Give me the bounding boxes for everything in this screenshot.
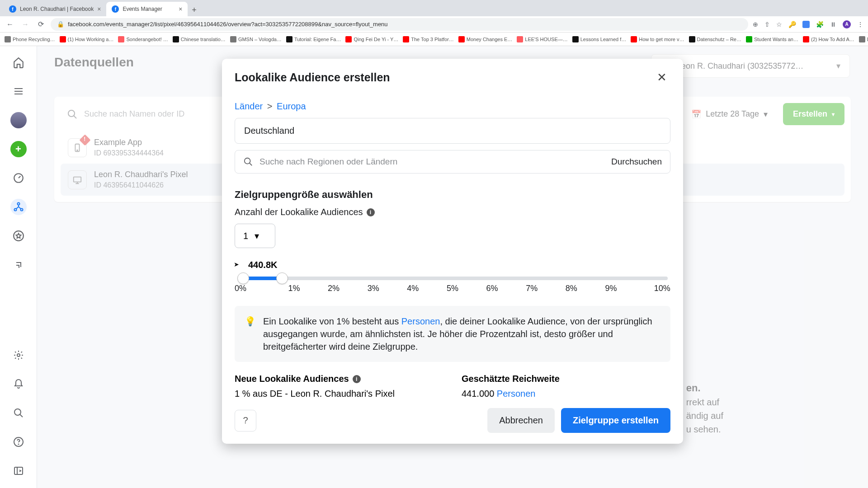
bookmark-item[interactable]: Sonderangebot! … bbox=[118, 36, 168, 42]
url-text: facebook.com/events_manager2/list/pixel/… bbox=[68, 21, 388, 28]
lock-icon: 🔒 bbox=[57, 21, 64, 28]
avatar-icon[interactable] bbox=[10, 112, 27, 128]
audience-count-select[interactable]: 1 ▾ bbox=[235, 224, 275, 248]
zoom-icon[interactable]: ⊕ bbox=[753, 21, 758, 28]
bell-icon[interactable] bbox=[10, 376, 27, 392]
gauge-icon[interactable] bbox=[10, 170, 27, 186]
bookmark-icon bbox=[859, 36, 865, 42]
bookmark-item[interactable]: (2) How To Add A… bbox=[803, 36, 854, 42]
browse-link[interactable]: Durchsuchen bbox=[611, 157, 662, 167]
collapse-icon[interactable] bbox=[10, 463, 27, 479]
bookmark-item[interactable]: Lessons Learned f… bbox=[572, 36, 627, 42]
count-value: 1 bbox=[243, 231, 248, 241]
region-search-input[interactable]: Suche nach Regionen oder Ländern Durchsu… bbox=[235, 150, 670, 174]
forward-button[interactable]: → bbox=[20, 20, 31, 28]
search-icon bbox=[243, 157, 253, 167]
menu-icon[interactable]: ⋮ bbox=[857, 21, 863, 28]
bookmark-item[interactable]: Download – Cooki… bbox=[859, 36, 868, 42]
tag-icon[interactable] bbox=[10, 257, 27, 273]
data-sources-icon[interactable] bbox=[10, 199, 27, 215]
cursor-icon: ➤ bbox=[234, 261, 239, 268]
slider-handle-min[interactable] bbox=[237, 272, 249, 284]
star-icon[interactable]: ☆ bbox=[776, 21, 782, 28]
search-icon[interactable] bbox=[10, 405, 27, 421]
bookmark-item[interactable]: Tutorial: Eigene Fa… bbox=[286, 36, 341, 42]
extensions-icon[interactable]: 🧩 bbox=[816, 21, 824, 28]
add-button[interactable]: + bbox=[10, 141, 27, 157]
pause-icon[interactable]: ⏸ bbox=[830, 21, 836, 28]
address-bar: ← → ⟳ 🔒 facebook.com/events_manager2/lis… bbox=[0, 16, 868, 33]
bookmark-item[interactable]: (1) How Working a… bbox=[60, 36, 114, 42]
modal-title: Lookalike Audience erstellen bbox=[235, 71, 390, 84]
home-icon[interactable] bbox=[10, 54, 27, 70]
url-field[interactable]: 🔒 facebook.com/events_manager2/list/pixe… bbox=[51, 18, 748, 31]
bookmark-icon bbox=[458, 36, 465, 42]
bookmark-item[interactable]: How to get more v… bbox=[631, 36, 684, 42]
svg-point-4 bbox=[17, 203, 19, 205]
count-label: Anzahl der Lookalike Audiences bbox=[235, 207, 363, 217]
location-chip[interactable]: Deutschland bbox=[235, 118, 670, 144]
personen-link[interactable]: Personen bbox=[401, 316, 440, 326]
tab-title: Leon R. Chaudhari | Facebook bbox=[20, 6, 94, 12]
size-slider[interactable] bbox=[237, 277, 668, 280]
breadcrumb: Länder > Europa bbox=[235, 101, 670, 112]
lightbulb-icon: 💡 bbox=[245, 315, 256, 353]
bookmark-icon bbox=[230, 36, 236, 42]
back-button[interactable]: ← bbox=[5, 20, 15, 28]
bookmark-item[interactable]: Datenschutz – Re… bbox=[689, 36, 741, 42]
bookmark-icon bbox=[803, 36, 809, 42]
info-icon[interactable]: i bbox=[353, 375, 361, 383]
slider-ticks: 0%1%2%3%4%5%6%7%8%9%10% bbox=[235, 284, 670, 293]
share-icon[interactable]: ⇧ bbox=[764, 21, 770, 28]
bookmark-item[interactable]: Student Wants an… bbox=[746, 36, 798, 42]
reload-button[interactable]: ⟳ bbox=[35, 20, 46, 28]
facebook-extension-icon[interactable] bbox=[802, 21, 810, 28]
tip-box: 💡 Ein Lookalike von 1% besteht aus Perso… bbox=[235, 306, 670, 362]
key-icon[interactable]: 🔑 bbox=[788, 21, 796, 28]
bookmark-item[interactable]: GMSN – Vologda… bbox=[230, 36, 282, 42]
bookmark-item[interactable]: The Top 3 Platfor… bbox=[403, 36, 454, 42]
star-icon[interactable] bbox=[10, 228, 27, 244]
new-tab-button[interactable]: + bbox=[188, 4, 200, 16]
menu-icon[interactable] bbox=[10, 83, 27, 99]
breadcrumb-region[interactable]: Europa bbox=[277, 101, 306, 111]
bookmark-icon bbox=[746, 36, 752, 42]
left-nav-rail: + bbox=[0, 46, 37, 488]
bookmark-item[interactable]: Qing Fei De Yi - Y… bbox=[345, 36, 398, 42]
browser-tab-events-manager[interactable]: f Events Manager × bbox=[106, 2, 188, 16]
info-icon[interactable]: i bbox=[367, 208, 375, 216]
bookmark-icon bbox=[5, 36, 11, 42]
svg-point-11 bbox=[18, 444, 19, 445]
bookmark-item[interactable]: Phone Recycling… bbox=[5, 36, 55, 42]
close-button[interactable]: ✕ bbox=[653, 69, 670, 86]
lookalike-modal: Lookalike Audience erstellen ✕ Länder > … bbox=[222, 59, 683, 444]
slider-handle-max[interactable] bbox=[276, 272, 288, 284]
facebook-icon: f bbox=[112, 5, 119, 13]
browser-tab-facebook[interactable]: f Leon R. Chaudhari | Facebook × bbox=[4, 2, 106, 16]
close-icon[interactable]: × bbox=[97, 5, 101, 13]
bookmark-icon bbox=[517, 36, 523, 42]
cancel-button[interactable]: Abbrechen bbox=[487, 408, 555, 433]
breadcrumb-countries[interactable]: Länder bbox=[235, 101, 263, 111]
bookmark-icon bbox=[286, 36, 292, 42]
create-audience-button[interactable]: Zielgruppe erstellen bbox=[561, 408, 670, 433]
close-icon[interactable]: × bbox=[179, 5, 182, 13]
bookmark-icon bbox=[173, 36, 179, 42]
new-audiences-title: Neue Lookalike Audiences bbox=[235, 374, 349, 384]
bookmark-item[interactable]: LEE'S HOUSE—… bbox=[517, 36, 567, 42]
audience-size-value: 440.8K bbox=[248, 260, 670, 270]
bookmark-icon bbox=[60, 36, 66, 42]
help-button[interactable]: ? bbox=[235, 410, 256, 432]
bookmark-item[interactable]: Chinese translatio… bbox=[173, 36, 226, 42]
svg-point-8 bbox=[17, 354, 20, 357]
gear-icon[interactable] bbox=[10, 347, 27, 363]
bookmark-item[interactable]: Money Changes E… bbox=[458, 36, 513, 42]
tab-title: Events Manager bbox=[123, 6, 162, 12]
chevron-down-icon: ▾ bbox=[255, 230, 259, 241]
bookmark-icon bbox=[631, 36, 637, 42]
search-placeholder: Suche nach Regionen oder Ländern bbox=[259, 157, 397, 167]
profile-avatar-icon[interactable]: A bbox=[843, 20, 851, 28]
help-icon[interactable] bbox=[10, 434, 27, 450]
bookmark-icon bbox=[118, 36, 124, 42]
personen-link[interactable]: Personen bbox=[497, 389, 536, 399]
